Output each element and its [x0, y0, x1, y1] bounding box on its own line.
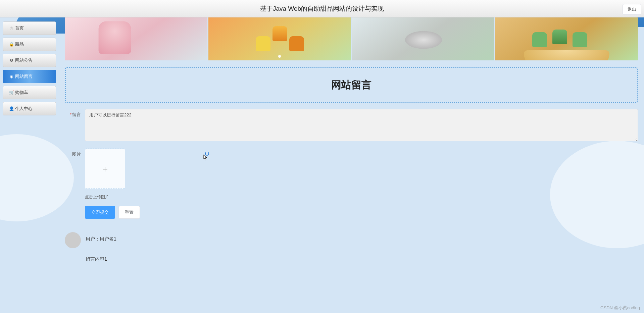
message-label: *留言 — [65, 109, 85, 143]
banner-image-4 — [495, 17, 638, 60]
sidebar-item-profile[interactable]: 👤 个人中心 — [3, 102, 56, 115]
banner-image-2 — [208, 17, 351, 60]
section-title: 网站留言 — [66, 78, 637, 92]
sidebar-item-message[interactable]: ◉ 网站留言 — [3, 70, 56, 83]
comment-content: 留言内容1 — [65, 256, 638, 262]
section-title-frame: 网站留言 — [65, 67, 638, 103]
required-mark: * — [70, 112, 71, 117]
sidebar-item-dessert[interactable]: 🔒 甜品 — [3, 38, 56, 51]
sidebar-item-announcement[interactable]: ❶ 网站公告 — [3, 54, 56, 67]
sidebar: ☆ 首页 🔒 甜品 ❶ 网站公告 ◉ 网站留言 🛒 购物车 — [0, 17, 59, 276]
sidebar-item-label: 个人中心 — [15, 106, 33, 112]
banner-image-3 — [352, 17, 495, 60]
avatar — [65, 232, 81, 248]
watermark: CSDN @小蔡coding — [600, 305, 640, 311]
sidebar-item-label: 购物车 — [15, 90, 28, 96]
comment-user: 用户：用户名1 — [86, 232, 638, 242]
message-textarea[interactable] — [85, 109, 638, 141]
header-bar: 基于Java Web的自助甜品网站的设计与实现 退出 — [0, 0, 644, 17]
sidebar-item-label: 甜品 — [15, 41, 24, 47]
sidebar-item-label: 网站留言 — [15, 73, 33, 80]
page-title: 基于Java Web的自助甜品网站的设计与实现 — [260, 4, 384, 13]
message-form: *留言 图片 ＋ 点击上传图片 立即提交 重置 — [65, 109, 638, 219]
comment-list: 用户：用户名1 留言内容1 — [65, 232, 638, 262]
sidebar-item-cart[interactable]: 🛒 购物车 — [3, 86, 56, 99]
cart-icon: 🛒 — [9, 90, 14, 95]
exclamation-icon: ❶ — [9, 58, 14, 63]
main-content: 网站留言 *留言 图片 ＋ 点击上传图片 — [59, 17, 644, 276]
banner-image-1 — [65, 17, 207, 60]
logout-button[interactable]: 退出 — [623, 4, 641, 15]
submit-button[interactable]: 立即提交 — [85, 206, 115, 219]
upload-hint: 点击上传图片 — [85, 194, 638, 200]
plus-icon: ＋ — [101, 163, 109, 175]
sidebar-item-label: 网站公告 — [15, 57, 33, 63]
comment-item: 用户：用户名1 — [65, 232, 638, 248]
banner-carousel[interactable] — [65, 17, 638, 60]
image-upload-box[interactable]: ＋ — [85, 149, 125, 189]
sidebar-item-label: 首页 — [15, 25, 24, 31]
sidebar-item-home[interactable]: ☆ 首页 — [3, 21, 56, 35]
lock-icon: 🔒 — [9, 42, 14, 47]
user-icon: 👤 — [9, 106, 14, 111]
star-icon: ☆ — [9, 26, 14, 31]
image-label: 图片 — [65, 149, 85, 200]
dot-icon: ◉ — [9, 74, 14, 79]
reset-button[interactable]: 重置 — [118, 206, 140, 219]
